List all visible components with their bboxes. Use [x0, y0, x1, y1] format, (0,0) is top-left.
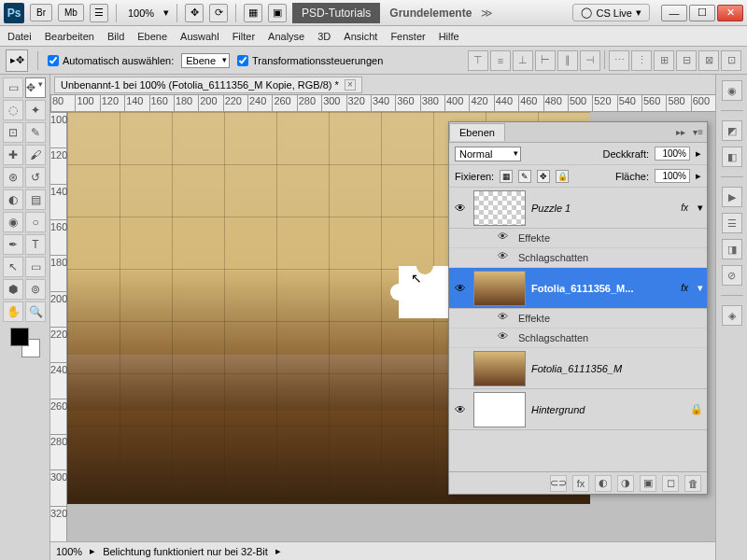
color-panel-icon[interactable]: ◉ — [722, 80, 742, 101]
visibility-icon[interactable]: 👁 — [453, 281, 468, 296]
view-extras-icon[interactable]: ☰ — [90, 4, 108, 22]
fg-color-swatch[interactable] — [10, 328, 29, 346]
align-right-icon[interactable]: ⊣ — [580, 50, 600, 71]
close-button[interactable]: ✕ — [717, 5, 743, 21]
move-tool[interactable]: ✥ — [25, 77, 46, 98]
fill-input[interactable]: 100% — [655, 169, 690, 183]
hand-tool[interactable]: ✋ — [3, 301, 23, 322]
layer-thumbnail[interactable] — [473, 392, 526, 427]
delete-layer-icon[interactable]: 🗑 — [684, 475, 701, 492]
layer-item[interactable]: 👁 Puzzle 1 fx▾ — [449, 188, 707, 229]
new-layer-icon[interactable]: ◻ — [662, 475, 679, 492]
visibility-icon[interactable]: 👁 — [453, 402, 468, 417]
menu-ansicht[interactable]: Ansicht — [344, 31, 377, 42]
zoom-tool[interactable]: 🔍 — [25, 301, 46, 322]
arrange-docs-icon[interactable]: ▦ — [244, 4, 262, 22]
info-panel-icon[interactable]: ◨ — [722, 239, 742, 259]
crop-tool[interactable]: ⊡ — [3, 122, 23, 143]
pen-tool[interactable]: ✒ — [3, 234, 23, 255]
adjustment-layer-icon[interactable]: ◑ — [617, 475, 634, 492]
effect-row[interactable]: 👁Effekte — [449, 229, 707, 248]
eraser-tool[interactable]: ◐ — [3, 189, 23, 210]
layer-name[interactable]: Hintergrund — [531, 404, 684, 415]
group-layers-icon[interactable]: ▣ — [640, 475, 656, 492]
healing-tool[interactable]: ✚ — [3, 145, 23, 165]
distribute-6-icon[interactable]: ⊡ — [721, 50, 741, 71]
gradient-tool[interactable]: ▤ — [25, 189, 46, 210]
rotate-view-icon[interactable]: ⟳ — [209, 4, 228, 22]
menu-filter[interactable]: Filter — [233, 31, 255, 42]
blend-mode-select[interactable]: Normal — [455, 147, 521, 161]
menu-ebene[interactable]: Ebene — [137, 31, 167, 42]
menu-bearbeiten[interactable]: Bearbeiten — [45, 31, 94, 42]
minimize-button[interactable]: — — [661, 5, 687, 21]
actions-panel-icon[interactable]: ☰ — [722, 213, 742, 233]
layer-fx-icon[interactable]: fx — [572, 475, 589, 492]
visibility-icon[interactable] — [453, 361, 468, 376]
align-top-icon[interactable]: ⊤ — [468, 50, 488, 71]
zoom-level[interactable]: 100% — [124, 7, 158, 19]
distribute-1-icon[interactable]: ⋯ — [609, 50, 629, 71]
align-left-icon[interactable]: ⊢ — [535, 50, 556, 71]
menu-fenster[interactable]: Fenster — [390, 31, 425, 42]
3d-tool[interactable]: ⬢ — [3, 279, 23, 300]
layer-item[interactable]: Fotolia_6111356_M — [449, 348, 707, 389]
menu-datei[interactable]: Datei — [7, 31, 32, 42]
workspace-label-light[interactable]: Grundelemente — [389, 7, 472, 20]
document-tab[interactable]: Unbenannt-1 bei 100% (Fotolia_6111356_M … — [54, 77, 362, 93]
menu-analyse[interactable]: Analyse — [268, 31, 304, 42]
ruler-vertical[interactable]: 100120140160180200220240260280300320 — [50, 112, 67, 541]
properties-panel-icon[interactable]: ⊘ — [722, 265, 742, 286]
cslive-button[interactable]: ◯CS Live▾ — [572, 4, 650, 21]
fx-badge[interactable]: fx — [681, 203, 688, 213]
link-layers-icon[interactable]: ⊂⊃ — [550, 475, 567, 492]
auto-select-type-select[interactable]: Ebene — [181, 53, 230, 68]
lasso-tool[interactable]: ◌ — [3, 100, 23, 120]
align-bottom-icon[interactable]: ⊥ — [513, 50, 533, 71]
layers-tab[interactable]: Ebenen — [449, 123, 505, 141]
lock-pixels-icon[interactable]: ✎ — [518, 170, 531, 183]
align-hcenter-icon[interactable]: ∥ — [557, 50, 578, 71]
ruler-horizontal[interactable]: 8010012014016018020022024026028030032034… — [50, 95, 715, 112]
stamp-tool[interactable]: ⊛ — [3, 167, 23, 188]
magic-wand-tool[interactable]: ✦ — [25, 100, 46, 120]
brush-tool[interactable]: 🖌 — [25, 145, 46, 165]
path-select-tool[interactable]: ↖ — [3, 257, 23, 277]
move-tool-preset-icon[interactable]: ▸✥ — [6, 49, 28, 72]
distribute-4-icon[interactable]: ⊟ — [676, 50, 697, 71]
panel-menu-icon[interactable]: ▾≡ — [689, 127, 707, 137]
align-vcenter-icon[interactable]: ≡ — [490, 50, 511, 71]
layer-name[interactable]: Fotolia_6111356_M... — [531, 283, 675, 294]
adjustments-panel-icon[interactable]: ◩ — [722, 120, 742, 141]
status-zoom[interactable]: 100% — [56, 546, 82, 557]
dodge-tool[interactable]: ○ — [25, 212, 46, 232]
type-tool[interactable]: T — [25, 234, 46, 255]
layer-name[interactable]: Fotolia_6111356_M — [531, 363, 703, 374]
layer-thumbnail[interactable] — [473, 190, 526, 226]
menu-3d[interactable]: 3D — [317, 31, 331, 42]
opacity-input[interactable]: 100% — [655, 147, 690, 161]
bridge-button[interactable]: Br — [30, 4, 52, 21]
effect-dropshadow[interactable]: 👁Schlagschatten — [449, 329, 707, 348]
distribute-2-icon[interactable]: ⋮ — [631, 50, 652, 71]
effect-dropshadow[interactable]: 👁Schlagschatten — [449, 248, 707, 268]
layer-item[interactable]: 👁 Hintergrund 🔒 — [449, 389, 707, 430]
layer-mask-icon[interactable]: ◐ — [595, 475, 612, 492]
layer-thumbnail[interactable] — [473, 351, 526, 386]
visibility-icon[interactable]: 👁 — [453, 201, 468, 216]
menu-bild[interactable]: Bild — [107, 31, 124, 42]
layers-panel-icon[interactable]: ◈ — [722, 305, 742, 326]
workspace-more-icon[interactable]: ≫ — [481, 7, 493, 20]
distribute-5-icon[interactable]: ⊠ — [698, 50, 719, 71]
workspace-label-dark[interactable]: PSD-Tutorials — [292, 3, 380, 23]
lock-position-icon[interactable]: ✥ — [537, 170, 550, 183]
hand-tool-icon[interactable]: ✥ — [185, 4, 204, 22]
history-brush-tool[interactable]: ↺ — [25, 167, 46, 188]
lock-transparency-icon[interactable]: ▦ — [500, 170, 513, 183]
panel-collapse-icon[interactable]: ▸▸ — [672, 127, 689, 137]
auto-select-checkbox[interactable]: Automatisch auswählen: — [48, 55, 174, 66]
layer-item-selected[interactable]: 👁 Fotolia_6111356_M... fx▾ — [449, 268, 707, 309]
history-panel-icon[interactable]: ▶ — [722, 187, 742, 207]
transform-controls-checkbox[interactable]: Transformationssteuerungen — [237, 55, 383, 66]
menu-auswahl[interactable]: Auswahl — [180, 31, 219, 42]
